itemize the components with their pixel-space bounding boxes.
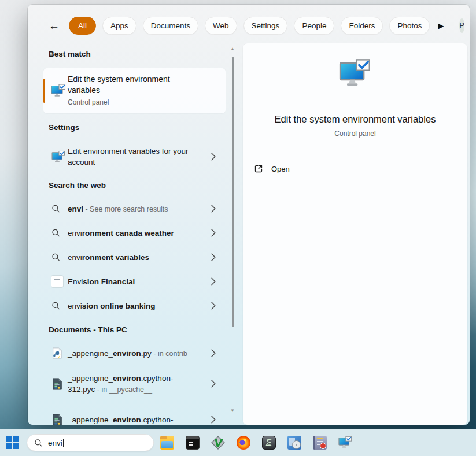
windows-search-panel: ← All Apps Documents Web Settings People…	[28, 5, 470, 425]
chevron-right-icon	[211, 153, 216, 161]
document-result-item[interactable]: _appengine_environ.cpython-	[43, 403, 226, 425]
filter-tab-settings[interactable]: Settings	[243, 17, 288, 35]
chevron-right-icon	[211, 277, 216, 286]
chevron-right-icon	[211, 349, 216, 357]
divider	[254, 146, 456, 146]
document-result-item[interactable]: _appengine_environ.py - in contrib	[43, 341, 226, 365]
chevron-right-icon	[211, 302, 216, 310]
web-suggestion-item[interactable]: environment canada weather	[43, 221, 226, 245]
software-installer-icon[interactable]	[287, 436, 301, 450]
result-title: envi - See more search results	[68, 205, 168, 213]
chevron-right-icon	[211, 253, 216, 261]
open-external-icon	[254, 164, 263, 173]
scrollbar-up-arrow[interactable]: ▲	[229, 46, 236, 51]
environment-variables-icon	[51, 84, 66, 97]
open-action[interactable]: Open	[254, 162, 290, 175]
compiled-python-file-icon	[51, 414, 63, 425]
filter-overflow-button[interactable]: ▶	[438, 21, 444, 30]
web-suggestion-item[interactable]: environment variables	[43, 245, 226, 269]
windows-logo-icon	[13, 436, 19, 442]
python-file-icon	[51, 347, 63, 359]
compiled-python-file-icon	[51, 378, 63, 390]
filter-tab-web[interactable]: Web	[205, 17, 237, 35]
result-title: _appengine_environ.cpython-	[68, 414, 213, 425]
web-suggestion-see-more[interactable]: envi - See more search results	[43, 197, 226, 221]
vim-icon[interactable]	[211, 436, 225, 450]
environment-variables-icon	[51, 151, 65, 163]
section-header-settings: Settings	[49, 123, 79, 132]
filter-tab-people[interactable]: People	[294, 17, 334, 35]
preview-pane: Edit the system environment variables Co…	[243, 43, 467, 425]
result-title: Edit environment variables for your acco…	[68, 146, 213, 168]
open-label: Open	[271, 165, 290, 173]
search-icon	[34, 439, 43, 447]
search-icon	[51, 302, 60, 310]
section-header-search-the-web: Search the web	[49, 181, 106, 190]
web-suggestion-envision-financial[interactable]: Envision Financial	[43, 269, 226, 294]
search-icon	[51, 253, 60, 262]
chevron-right-icon	[211, 416, 216, 424]
document-result-item[interactable]: _appengine_environ.cpython-312.pyc - in …	[43, 368, 226, 400]
preview-title: Edit the system environment variables	[243, 114, 467, 125]
result-title: _appengine_environ.cpython-312.pyc - in …	[68, 373, 213, 395]
back-button[interactable]: ←	[49, 20, 60, 31]
address-book-icon[interactable]	[313, 436, 327, 450]
best-match-title: Edit the system environment variables	[68, 74, 190, 96]
section-header-best-match: Best match	[49, 50, 91, 58]
firefox-icon[interactable]	[237, 436, 250, 450]
taskbar-search-input[interactable]: envi	[27, 434, 154, 451]
selection-accent-bar	[43, 79, 45, 103]
preview-subtitle: Control panel	[243, 129, 467, 138]
system-properties-icon[interactable]	[338, 436, 352, 450]
taskbar: envi	[0, 429, 476, 456]
filter-tab-folders[interactable]: Folders	[341, 17, 383, 35]
user-avatar[interactable]: P	[459, 18, 464, 33]
chevron-right-icon	[211, 229, 216, 237]
result-title: environment canada weather	[68, 229, 174, 238]
filter-tab-photos[interactable]: Photos	[389, 17, 430, 35]
start-button[interactable]	[6, 436, 19, 449]
command-prompt-icon[interactable]	[186, 436, 200, 450]
chevron-right-icon	[211, 380, 216, 388]
windows-logo-icon	[6, 443, 12, 449]
windows-logo-icon	[6, 436, 12, 442]
website-favicon	[51, 276, 63, 287]
best-match-subtitle: Control panel	[68, 98, 109, 106]
settings-result-item[interactable]: Edit environment variables for your acco…	[43, 140, 226, 173]
filter-tab-documents[interactable]: Documents	[143, 17, 198, 35]
scrollbar-down-arrow[interactable]: ▼	[229, 408, 236, 413]
file-explorer-icon[interactable]	[160, 436, 174, 450]
search-icon	[51, 229, 60, 238]
filter-tab-apps[interactable]: Apps	[102, 17, 136, 35]
result-title: environment variables	[68, 253, 149, 262]
section-header-documents: Documents - This PC	[49, 325, 127, 334]
web-suggestion-item[interactable]: envision online banking	[43, 294, 226, 318]
back-icon: ←	[49, 20, 60, 32]
taskbar-apps	[160, 436, 352, 450]
result-title: _appengine_environ.py - in contrib	[68, 349, 187, 358]
text-caret	[63, 439, 64, 447]
filter-tab-all[interactable]: All	[69, 17, 96, 35]
emacs-icon[interactable]	[262, 436, 276, 450]
scrollbar-thumb[interactable]	[232, 57, 234, 327]
best-match-item[interactable]: Edit the system environment variables Co…	[43, 68, 226, 113]
result-title: envision online banking	[68, 302, 156, 310]
search-icon	[51, 205, 60, 213]
search-filters-bar: ← All Apps Documents Web Settings People…	[49, 16, 462, 35]
windows-logo-icon	[13, 443, 19, 449]
environment-variables-icon-large	[339, 58, 371, 87]
result-title: Envision Financial	[68, 277, 135, 286]
search-input-value: envi	[48, 439, 62, 447]
overflow-arrow-icon: ▶	[438, 21, 444, 30]
chevron-right-icon	[211, 205, 216, 213]
